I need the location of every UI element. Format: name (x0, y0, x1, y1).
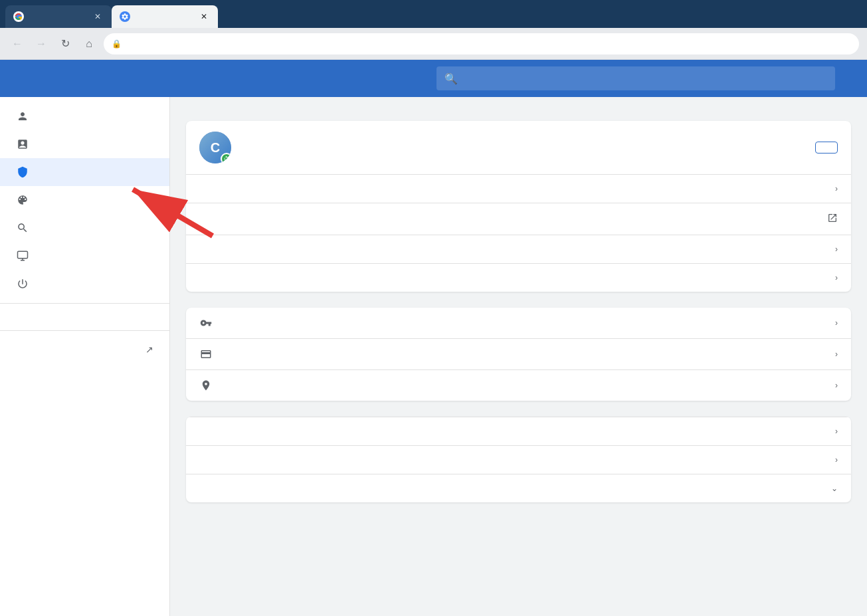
sidebar-extensions[interactable]: ↗ (0, 336, 169, 363)
chevron-right-icon: › (835, 184, 838, 193)
addresses-row[interactable]: › (186, 369, 851, 401)
lock-icon: 🔒 (112, 39, 122, 49)
main-content: C › (170, 97, 867, 616)
back-button[interactable]: ← (8, 35, 27, 53)
clear-chevron: › (835, 427, 838, 436)
addresses-chevron: › (835, 381, 838, 390)
svg-rect-1 (18, 251, 28, 258)
startup-icon (16, 278, 29, 290)
sidebar-item-autofill[interactable] (0, 130, 169, 158)
chevron-right-icon3: › (835, 273, 838, 282)
appearance-icon (16, 194, 29, 206)
autofill-icon (16, 138, 29, 150)
shield-icon (16, 166, 29, 178)
privacy-card: › › ⌄ (186, 417, 851, 502)
site-settings-row[interactable]: › (186, 445, 851, 474)
payment-chevron: › (835, 350, 838, 359)
you-google-card: C › (186, 121, 851, 292)
chrome-name-row[interactable]: › (186, 235, 851, 263)
payment-row[interactable]: › (186, 338, 851, 369)
tab-bar: ✕ ✕ (0, 0, 867, 28)
sidebar-advanced[interactable] (0, 309, 169, 325)
key-icon (199, 317, 213, 329)
sidebar: ↗ (0, 97, 170, 616)
sync-row[interactable]: › (186, 174, 851, 203)
sidebar-item-on-startup[interactable] (0, 270, 169, 298)
card-icon (199, 348, 213, 360)
passwords-chevron: › (835, 318, 838, 328)
tab-google-close[interactable]: ✕ (92, 11, 104, 23)
clear-browsing-row[interactable]: › (186, 417, 851, 445)
profile-info (242, 147, 815, 148)
profile-row: C (186, 121, 851, 174)
tab-settings[interactable]: ✕ (112, 5, 218, 28)
sidebar-divider (0, 303, 169, 304)
turn-off-button[interactable] (815, 142, 838, 154)
clear-browsing-content (199, 431, 835, 432)
refresh-button[interactable]: ↻ (56, 35, 74, 53)
search-bar[interactable]: 🔍 (436, 66, 835, 90)
home-button[interactable]: ⌂ (80, 35, 98, 53)
site-settings-content (199, 459, 835, 461)
sidebar-about-chrome[interactable] (0, 363, 169, 379)
search-engine-icon (16, 222, 29, 234)
search-icon: 🔍 (444, 72, 458, 85)
tab-settings-close[interactable]: ✕ (198, 11, 210, 23)
sidebar-item-privacy[interactable] (0, 158, 169, 186)
autofill-card: › › › (186, 308, 851, 401)
sidebar-divider2 (0, 330, 169, 331)
more-row[interactable]: ⌄ (186, 474, 851, 502)
import-row[interactable]: › (186, 263, 851, 292)
person-icon (16, 110, 29, 122)
chevron-right-icon2: › (835, 245, 838, 254)
external-icon (827, 213, 838, 225)
avatar: C (199, 132, 231, 163)
sidebar-item-search-engine[interactable] (0, 214, 169, 242)
sidebar-item-appearance[interactable] (0, 186, 169, 214)
sidebar-item-you-google[interactable] (0, 102, 169, 130)
url-bar[interactable]: 🔒 (104, 33, 859, 54)
forward-button[interactable]: → (32, 35, 50, 53)
sidebar-item-default-browser[interactable] (0, 242, 169, 270)
new-tab-button[interactable] (218, 5, 229, 28)
default-browser-icon (16, 250, 29, 262)
search-input[interactable] (463, 73, 827, 84)
site-chevron: › (835, 455, 838, 464)
passwords-row[interactable]: › (186, 308, 851, 338)
external-link-icon: ↗ (145, 344, 153, 355)
manage-account-row[interactable] (186, 203, 851, 235)
tab-google[interactable]: ✕ (5, 5, 112, 28)
google-favicon (13, 11, 24, 22)
location-icon (199, 379, 213, 391)
chevron-down-icon: ⌄ (831, 484, 838, 493)
address-bar: ← → ↻ ⌂ 🔒 (0, 28, 867, 60)
settings-favicon (120, 11, 130, 22)
settings-header: 🔍 (0, 60, 867, 97)
sync-badge (221, 153, 231, 163)
